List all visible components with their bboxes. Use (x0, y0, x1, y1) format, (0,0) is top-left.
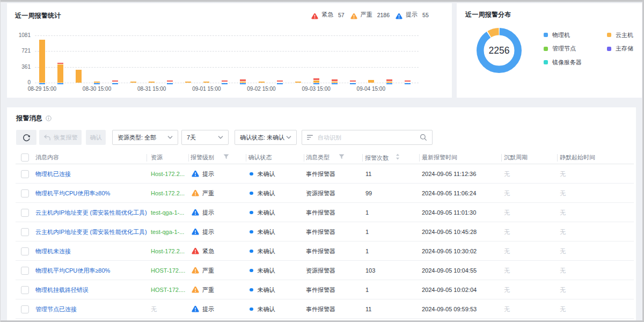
message-link[interactable]: 物理机挂载路径错误 (35, 280, 89, 299)
bar-segment[interactable] (259, 82, 265, 83)
column-header-2: 资源 (151, 153, 163, 162)
column-header-label: 报警次数 (365, 155, 389, 161)
bar-segment[interactable] (240, 83, 246, 85)
bar-segment[interactable] (57, 64, 63, 83)
bar-segment[interactable] (130, 82, 136, 83)
message-link[interactable]: 物理机平均CPU使用率≥80% (35, 184, 110, 203)
row-checkbox[interactable] (21, 170, 29, 178)
bar-segment[interactable] (94, 83, 100, 85)
row-checkbox[interactable] (21, 305, 29, 313)
bar-segment[interactable] (350, 80, 356, 82)
resource-type-select[interactable]: 资源类型: 全部 (112, 130, 178, 145)
silence-period-cell: 无 (504, 184, 510, 203)
alarm-time-cell: 2024-09-05 11:12:36 (422, 164, 476, 184)
alarm-level-label: 严重 (202, 189, 214, 197)
warning-triangle-icon (192, 267, 199, 275)
select-all-checkbox[interactable] (21, 153, 29, 162)
silence-period-cell: 无 (504, 261, 510, 280)
bar-segment[interactable] (386, 79, 392, 81)
silence-start-cell: 无 (560, 299, 566, 319)
column-separator (419, 154, 420, 162)
status-dot (250, 288, 253, 292)
bar-segment[interactable] (332, 79, 338, 81)
bar-segment[interactable] (39, 83, 45, 85)
search-input[interactable] (317, 134, 420, 141)
bar-segment[interactable] (222, 80, 228, 82)
row-checkbox[interactable] (21, 209, 29, 217)
column-header-3[interactable]: 报警级别 (191, 153, 229, 162)
alarm-messages-title: 报警消息 (16, 114, 42, 123)
donut-legend-item[interactable]: 镜像服务器 (544, 58, 607, 67)
bar-segment[interactable] (405, 83, 411, 85)
row-checkbox[interactable] (21, 247, 29, 255)
bar-segment[interactable] (167, 80, 173, 82)
row-checkbox[interactable] (21, 228, 29, 236)
resource-cell[interactable]: test-qga-1-... (151, 203, 184, 222)
bar-segment[interactable] (203, 82, 209, 83)
row-checkbox[interactable] (21, 189, 29, 197)
bar-segment[interactable] (185, 82, 191, 83)
donut-legend-label: 镜像服务器 (552, 58, 582, 67)
bar-segment[interactable] (386, 83, 392, 85)
refresh-button[interactable] (16, 130, 36, 145)
info-icon[interactable] (46, 115, 52, 121)
sort-carets-icon[interactable] (396, 153, 400, 161)
donut-legend: 物理机云主机管理节点主存储镜像服务器 (544, 28, 633, 70)
bar-segment[interactable] (57, 63, 63, 64)
bar-segment[interactable] (149, 82, 155, 83)
bar-segment[interactable] (112, 80, 118, 82)
bar-segment[interactable] (167, 83, 173, 85)
bar-segment[interactable] (222, 83, 228, 85)
confirm-button[interactable]: 确认 (86, 130, 106, 145)
weekly-alarm-bar-chart: 0361721108108-29 15:0008-30 15:0008-31 1… (7, 3, 452, 98)
bar-segment[interactable] (39, 40, 45, 83)
message-type-cell: 事件报警器 (306, 299, 335, 319)
bar-segment[interactable] (57, 83, 63, 85)
filter-funnel-icon[interactable] (223, 154, 229, 160)
donut-legend-item[interactable]: 云主机 (607, 31, 633, 39)
time-range-select[interactable]: 7天 (181, 130, 229, 145)
bar-segment[interactable] (240, 79, 246, 81)
search-icon[interactable] (420, 134, 427, 141)
message-link[interactable]: 物理机未连接 (35, 241, 71, 261)
bar-segment[interactable] (277, 80, 283, 82)
bar-segment[interactable] (313, 78, 319, 80)
bar-segment[interactable] (76, 70, 82, 83)
ack-status-label: 未确认 (258, 228, 275, 236)
ack-status-cell: 未确认 (250, 222, 275, 241)
donut-legend-item[interactable]: 物理机 (544, 31, 607, 39)
alarm-count-cell: 11 (365, 164, 371, 184)
ack-state-select[interactable]: 确认状态: 未确认 (235, 130, 297, 145)
row-checkbox[interactable] (21, 286, 29, 294)
row-checkbox[interactable] (21, 267, 29, 275)
bar-segment[interactable] (112, 83, 118, 85)
column-header-6[interactable]: 报警次数 (365, 153, 400, 162)
resource-cell[interactable]: Host-172.2... (151, 241, 185, 261)
message-link[interactable]: 物理机平均CPU使用率≥80% (35, 261, 110, 280)
resource-cell[interactable]: HOST-172.... (151, 280, 185, 299)
resource-cell[interactable]: HOST-172.... (151, 261, 185, 280)
message-link[interactable]: 云主机内IP地址变更 (需安装性能优化工具) (35, 203, 147, 222)
bar-segment[interactable] (277, 83, 283, 85)
column-header-5[interactable]: 消息类型 (306, 153, 345, 162)
message-link[interactable]: 管理节点已连接 (35, 299, 77, 319)
bar-segment[interactable] (313, 80, 319, 83)
filter-funnel-icon[interactable] (339, 154, 345, 160)
donut-legend-item[interactable]: 主存储 (607, 45, 633, 53)
gridline (35, 35, 419, 36)
resource-cell[interactable]: Host-172.2... (151, 164, 185, 184)
status-dot (250, 269, 253, 273)
bar-segment[interactable] (368, 80, 374, 83)
bar-segment[interactable] (405, 80, 411, 82)
message-link[interactable]: 云主机内IP地址变更 (需安装性能优化工具) (35, 222, 147, 241)
bar-segment[interactable] (332, 83, 338, 85)
donut-legend-label: 云主机 (616, 31, 633, 39)
resource-cell[interactable]: test-qga-1-... (151, 222, 184, 241)
bar-segment[interactable] (350, 83, 356, 85)
message-link[interactable]: 物理机已连接 (35, 164, 71, 184)
bar-segment[interactable] (313, 83, 319, 85)
resource-cell[interactable]: Host-172.2... (151, 184, 185, 203)
donut-legend-item[interactable]: 管理节点 (544, 45, 607, 53)
restore-alarm-button[interactable]: 恢复报警 (39, 130, 82, 145)
bar-segment[interactable] (295, 82, 301, 83)
